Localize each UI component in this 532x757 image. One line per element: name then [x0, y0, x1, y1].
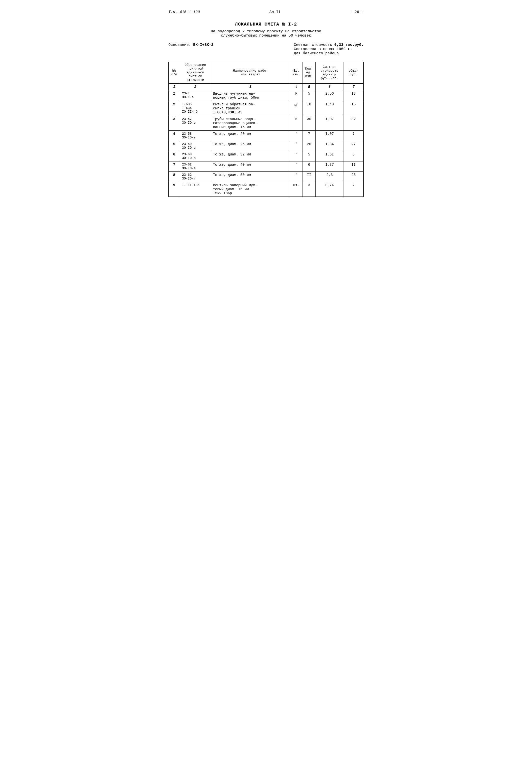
row-total: I5 — [343, 101, 363, 116]
row-unit: М — [290, 90, 303, 101]
basis-value: ВК-I+ВК-2 — [193, 43, 214, 47]
table-row: 523-59 30-IO-вТо же, диам. 25 мм"20I,342… — [169, 141, 364, 151]
row-qty: 5 — [303, 90, 315, 101]
col-index-1: I — [169, 83, 180, 90]
th-qty: Кол.ед.изм. — [303, 62, 315, 83]
row-qty: IO — [303, 101, 315, 116]
row-basis: I-635 I-636 IO-II4-б — [180, 101, 211, 116]
row-total: 27 — [343, 141, 363, 151]
row-name: Ввод из чугунных на- порных труб диам. 5… — [211, 90, 290, 101]
col-index-6: 6 — [315, 83, 344, 90]
row-total: 7 — [343, 131, 363, 141]
row-unit: М — [290, 116, 303, 131]
page-title: ЛОКАЛЬНАЯ СМЕТА № I-2 — [168, 22, 364, 27]
row-qty: 30 — [303, 116, 315, 131]
row-total: 8 — [343, 151, 363, 162]
row-unit: " — [290, 141, 303, 151]
page-subtitle: на водопровод к типовому проекту на стро… — [168, 29, 364, 38]
row-name: То же, диам. 20 мм — [211, 131, 290, 141]
row-number: I — [169, 90, 180, 101]
th-total: общаяруб. — [343, 62, 363, 83]
row-qty: 5 — [303, 151, 315, 162]
row-unit-cost: I,6I — [315, 151, 344, 162]
row-unit: " — [290, 151, 303, 162]
row-unit-cost: 0,74 — [315, 182, 344, 197]
row-unit-cost: 2,56 — [315, 90, 344, 101]
row-name: Трубы стальные водо- газопроводные оцинк… — [211, 116, 290, 131]
row-unit: " — [290, 172, 303, 182]
row-total: II — [343, 162, 363, 172]
row-qty: 6 — [303, 162, 315, 172]
row-basis: 23-I 30-I-а — [180, 90, 211, 101]
th-name: Наименование работили затрат — [211, 62, 290, 83]
row-number: 7 — [169, 162, 180, 172]
row-basis: 23-62 30-IO-г — [180, 172, 211, 182]
table-row: 823-62 30-IO-гТо же, диам. 50 мм"II2,325 — [169, 172, 364, 182]
col-index-3: 3 — [211, 83, 290, 90]
th-unit-cost: Сметная стоимостьединицыруб.-коп. — [315, 62, 344, 83]
row-name: То же, диам. 40 мм — [211, 162, 290, 172]
estimate-table: №№п/п Обоснованиепринятойединичнойсметно… — [168, 62, 364, 197]
doc-number: Т.п. 416-1-120 — [168, 10, 200, 14]
row-name: То же, диам. 32 мм — [211, 151, 290, 162]
col-index-4: 4 — [290, 83, 303, 90]
row-qty: 7 — [303, 131, 315, 141]
table-row: 2I-635 I-636 IO-II4-бРытье и обратная за… — [169, 101, 364, 116]
row-basis: 23-57 30-IO-в — [180, 116, 211, 131]
row-number: 3 — [169, 116, 180, 131]
row-total: 25 — [343, 172, 363, 182]
row-number: 5 — [169, 141, 180, 151]
row-total: 2 — [343, 182, 363, 197]
row-basis: 23-6I 30-IO-в — [180, 162, 211, 172]
row-number: 8 — [169, 172, 180, 182]
table-row: I23-I 30-I-аВвод из чугунных на- порных … — [169, 90, 364, 101]
row-unit-cost: I,49 — [315, 101, 344, 116]
row-qty: II — [303, 172, 315, 182]
region-label: для базисного района — [294, 51, 364, 56]
cost-label: Сметная стоимость — [294, 43, 332, 47]
row-number: 2 — [169, 101, 180, 116]
cost-value: 0,33 тыс.руб. — [334, 43, 364, 47]
col-index-5: 5 — [303, 83, 315, 90]
row-basis: I-III-I36 — [180, 182, 211, 197]
row-qty: 3 — [303, 182, 315, 197]
page-number: - 26 - — [350, 10, 364, 14]
row-unit-cost: I,87 — [315, 162, 344, 172]
row-total: 32 — [343, 116, 363, 131]
row-unit: шт. — [290, 182, 303, 197]
table-row: 423-58 30-IO-вТо же, диам. 20 мм"7I,077 — [169, 131, 364, 141]
row-unit: м3 — [290, 101, 303, 116]
row-number: 9 — [169, 182, 180, 197]
row-unit-cost: I,07 — [315, 131, 344, 141]
row-name: То же, диам. 50 мм — [211, 172, 290, 182]
basis-label: Основание: — [168, 43, 191, 47]
table-row: 9I-III-I36Вентиль запорный муф- товый ди… — [169, 182, 364, 197]
row-unit-cost: I,07 — [315, 116, 344, 131]
row-basis: 23-58 30-IO-в — [180, 131, 211, 141]
row-number: 6 — [169, 151, 180, 162]
row-basis: 23-59 30-IO-в — [180, 141, 211, 151]
composed-label: Составлена в ценах 1969 г. — [294, 47, 364, 51]
table-row: 623-60 30-IO-вТо же, диам. 32 мм"5I,6I8 — [169, 151, 364, 162]
table-row: 723-6I 30-IO-вТо же, диам. 40 мм"6I,87II — [169, 162, 364, 172]
row-number: 4 — [169, 131, 180, 141]
row-unit-cost: I,34 — [315, 141, 344, 151]
th-basis: Обоснованиепринятойединичнойсметнойстоим… — [180, 62, 211, 83]
doc-section: Ал.II — [270, 10, 281, 14]
row-unit: " — [290, 131, 303, 141]
row-qty: 20 — [303, 141, 315, 151]
table-row: 323-57 30-IO-вТрубы стальные водо- газоп… — [169, 116, 364, 131]
row-unit-cost: 2,3 — [315, 172, 344, 182]
row-name: Вентиль запорный муф- товый диам. I5 мм … — [211, 182, 290, 197]
row-unit: " — [290, 162, 303, 172]
th-num: №№п/п — [169, 62, 180, 83]
th-unit: Ед.изм. — [290, 62, 303, 83]
col-index-7: 7 — [343, 83, 363, 90]
row-basis: 23-60 30-IO-в — [180, 151, 211, 162]
row-total: I3 — [343, 90, 363, 101]
row-name: Рытье и обратная за- сыпка траншей I,06+… — [211, 101, 290, 116]
row-name: То же, диам. 25 мм — [211, 141, 290, 151]
col-index-2: 2 — [180, 83, 211, 90]
